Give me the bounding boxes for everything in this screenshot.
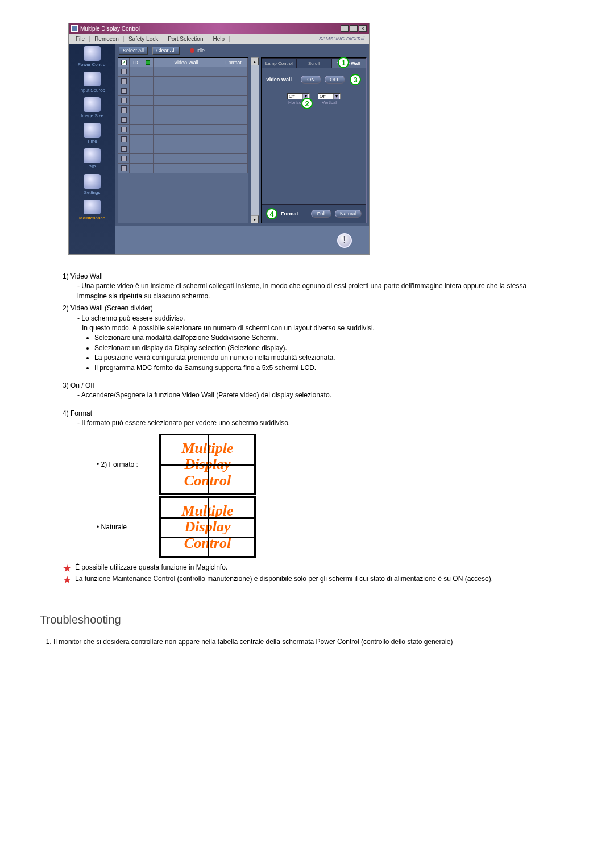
item-2-li1: Selezionare una modalità dall'opzione Su… <box>94 333 551 343</box>
menu-remocon[interactable]: Remocon <box>90 36 124 42</box>
callout-1: 1 <box>338 57 349 68</box>
table-row[interactable] <box>118 86 248 96</box>
sidebar-item-pip[interactable]: PIP <box>70 148 114 169</box>
sidebar-item-settings[interactable]: Settings <box>70 174 114 195</box>
menu-file[interactable]: File <box>71 36 90 42</box>
divider-row: Off▾ Horizontal Off▾ Vertical <box>262 91 366 107</box>
idle-label: Idle <box>197 48 205 53</box>
status-area: ! <box>115 226 369 254</box>
col-id[interactable]: ID <box>130 58 142 67</box>
item-2-desc1: - Lo schermo può essere suddiviso. <box>77 314 551 323</box>
chevron-down-icon: ▾ <box>333 94 339 99</box>
vertical-select[interactable]: Off▾ <box>318 93 341 99</box>
format-label: Format <box>281 211 298 217</box>
item-2-desc2: In questo modo, è possibile selezionare … <box>82 323 551 333</box>
table-row[interactable] <box>118 144 248 154</box>
maximize-button[interactable]: □ <box>350 25 358 32</box>
off-button[interactable]: OFF <box>325 76 345 84</box>
input-source-icon <box>84 72 101 86</box>
sidebar-label: Image Size <box>70 113 114 118</box>
close-button[interactable]: × <box>359 25 367 32</box>
menu-port-selection[interactable]: Port Selection <box>163 36 208 42</box>
table-row[interactable] <box>118 77 248 86</box>
sidebar-item-power-control[interactable]: Power Control <box>70 46 114 67</box>
sidebar-label: Input Source <box>70 88 114 93</box>
col-video-wall[interactable]: Video Wall <box>154 58 219 67</box>
scroll-track[interactable] <box>251 65 259 215</box>
app-window: Multiple Display Control _ □ × File Remo… <box>68 23 370 255</box>
right-panel: Lamp Control Scroll Video Wall 1 Video W… <box>261 57 367 223</box>
vertical-select-wrap: Off▾ Vertical <box>318 93 341 105</box>
tab-row: Lamp Control Scroll Video Wall <box>262 58 366 68</box>
col-checkbox[interactable]: ✓ <box>118 58 130 67</box>
tab-lamp-control[interactable]: Lamp Control <box>262 58 296 68</box>
table-row[interactable] <box>118 96 248 106</box>
table-row[interactable] <box>118 115 248 125</box>
menu-help[interactable]: Help <box>208 36 230 42</box>
item-2-li3: La posizione verrà configurata premendo … <box>94 353 551 363</box>
natural-image: Multiple Display Control <box>159 496 256 558</box>
item-2-li4: Il programma MDC fornito da Samsung supp… <box>94 363 551 373</box>
brand-label: SAMSUNG DIGITall <box>319 36 367 41</box>
select-all-button[interactable]: Select All <box>119 47 148 55</box>
format2-label: 2) Formato : <box>97 460 148 468</box>
item-4-desc: - Il formato può essere selezionato per … <box>77 418 551 428</box>
minimize-button[interactable]: _ <box>341 25 349 32</box>
time-icon <box>84 123 101 138</box>
callout-2: 2 <box>301 98 313 109</box>
documentation-text: 1) Video Wall - Una parete video è un in… <box>63 272 551 428</box>
format2-image: Multiple Display Control <box>159 434 256 495</box>
star-note-1-text: È possibile utilizzare questa funzione i… <box>75 563 227 574</box>
window-title: Multiple Display Control <box>80 26 140 32</box>
window-buttons: _ □ × <box>341 25 367 32</box>
table-row[interactable] <box>118 67 248 77</box>
sidebar-item-input-source[interactable]: Input Source <box>70 72 114 93</box>
troubleshooting-list: Il monitor che si desidera controllare n… <box>53 638 551 646</box>
info-icon: ! <box>337 233 352 248</box>
on-button[interactable]: ON <box>301 76 321 84</box>
sidebar-label: PIP <box>70 164 114 169</box>
col-status[interactable] <box>142 58 154 67</box>
format-natural-button[interactable]: Natural <box>335 210 362 218</box>
maintenance-icon <box>84 200 101 214</box>
item-4-title: 4) Format <box>63 409 551 418</box>
clear-all-button[interactable]: Clear All <box>152 47 180 55</box>
item-3-title: 3) On / Off <box>63 381 551 391</box>
callout-4: 4 <box>266 208 277 219</box>
toolbar: Select All Clear All Idle <box>115 44 369 57</box>
ts-item-1: Il monitor che si desidera controllare n… <box>53 638 551 646</box>
star-note-1: ★ È possibile utilizzare questa funzione… <box>63 563 551 574</box>
sidebar-label: Power Control <box>70 62 114 67</box>
item-2-title: 2) Video Wall (Screen divider) <box>63 304 551 313</box>
table-row[interactable] <box>118 164 248 173</box>
scrollbar[interactable]: ▴ ▾ <box>251 57 259 223</box>
sidebar-item-image-size[interactable]: Image Size <box>70 97 114 118</box>
sidebar-item-time[interactable]: Time <box>70 123 114 144</box>
table-row[interactable] <box>118 106 248 115</box>
natural-label: Naturale <box>97 523 148 531</box>
table-row[interactable] <box>118 125 248 135</box>
sidebar-label: Time <box>70 139 114 144</box>
item-1-desc: - Una parete video è un insieme di scher… <box>77 281 551 301</box>
display-grid: ✓ ID Video Wall Format <box>118 57 248 223</box>
table-row[interactable] <box>118 135 248 144</box>
settings-icon <box>84 174 101 189</box>
star-icon: ★ <box>63 575 72 585</box>
troubleshooting-heading: Troubleshooting <box>40 613 580 626</box>
scroll-up-icon[interactable]: ▴ <box>251 57 259 65</box>
sidebar-item-maintenance[interactable]: Maintenance <box>70 200 114 221</box>
table-row[interactable] <box>118 154 248 164</box>
item-3-desc: - Accendere/Spegnere la funzione Video W… <box>77 391 551 400</box>
power-icon <box>84 46 101 61</box>
menu-safety-lock[interactable]: Safety Lock <box>124 36 163 42</box>
scroll-down-icon[interactable]: ▾ <box>251 215 259 223</box>
star-note-2: ★ La funzione Maintenance Control (contr… <box>63 575 551 585</box>
col-format[interactable]: Format <box>219 58 248 67</box>
star-note-2-text: La funzione Maintenance Control (control… <box>75 575 493 585</box>
grid-body <box>118 67 248 173</box>
format-full-button[interactable]: Full <box>311 210 331 218</box>
idle-dot-icon <box>190 48 194 53</box>
menubar: File Remocon Safety Lock Port Selection … <box>69 34 369 44</box>
tab-scroll[interactable]: Scroll <box>296 58 331 68</box>
item-2-li2: Selezionare un display da Display select… <box>94 343 551 353</box>
